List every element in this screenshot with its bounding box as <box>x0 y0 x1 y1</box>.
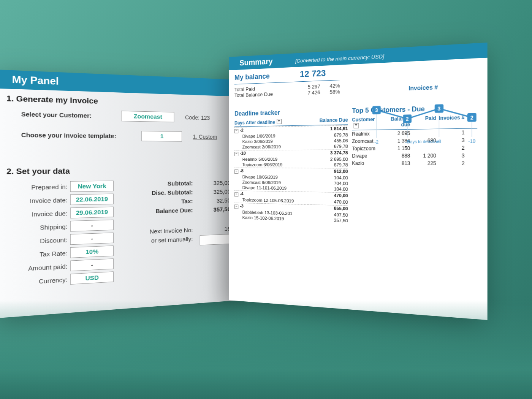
next-invoice-no: 16 <box>193 225 230 233</box>
my-panel-window: My Panel 1. Generate my Invoice Select y… <box>0 70 239 318</box>
balance-title: My balance <box>234 70 270 84</box>
invoices-line-chart: 3-22-33-82-10Days to deadline <box>368 89 481 146</box>
disc-subtotal-label: Disc. Subtotal: <box>121 189 193 197</box>
deadline-col1: Days After deadline <box>234 119 275 125</box>
svg-text:-2: -2 <box>374 139 378 144</box>
collapse-icon[interactable]: − <box>234 152 238 156</box>
top5-customer: Divape <box>352 153 380 159</box>
svg-text:3: 3 <box>438 106 441 112</box>
deadline-tracker: Deadline tracker Days After deadline Bal… <box>234 100 348 223</box>
customer-code: 123 <box>201 115 210 121</box>
svg-text:2: 2 <box>406 116 409 122</box>
filter-icon[interactable] <box>277 119 282 124</box>
deadline-item: Kazio 3/06/2019 <box>234 138 317 144</box>
top5-customer: Kazio <box>352 160 380 166</box>
deadline-group[interactable]: -4 <box>240 191 244 196</box>
invoice-date-label: Invoice date: <box>0 196 70 204</box>
prepared-in-label: Prepared in: <box>0 183 70 191</box>
total-paid-pct: 42% <box>320 82 340 89</box>
template-label: Choose your Invoice template: <box>0 131 141 139</box>
svg-text:-10: -10 <box>468 138 475 144</box>
invoice-due-label: Invoice due: <box>0 209 70 218</box>
deadline-item: Zoomcast 2/06/2019 <box>234 144 317 149</box>
deadline-item-value: 104,00 <box>316 175 348 180</box>
tax-label: Tax: <box>121 198 193 206</box>
subtotal-value: 325,00 <box>193 179 230 186</box>
section2-title: 2. Set your data <box>0 162 239 179</box>
deadline-item-value: 679,78 <box>316 133 348 138</box>
deadline-group-total: 3 374,78 <box>316 150 348 156</box>
deadline-item-value: 104,00 <box>316 186 348 192</box>
deadline-item-value: 2 695,00 <box>316 157 348 162</box>
template-name-link[interactable]: 1. Custom <box>193 133 217 140</box>
discount-label: Discount: <box>0 236 70 246</box>
deadline-item: Topiczoom 6/06/2019 <box>234 162 317 167</box>
subtotal-label: Subtotal: <box>121 180 193 187</box>
filter-icon[interactable] <box>354 123 359 128</box>
deadline-item-value: 497,50 <box>316 212 348 217</box>
tax-rate-input[interactable]: 10% <box>70 245 114 258</box>
deadline-item-value: 455,06 <box>316 138 348 143</box>
balance-value: 12 723 <box>300 68 326 79</box>
deadline-group[interactable]: -3 <box>240 204 244 208</box>
top5-count: 2 <box>436 160 465 166</box>
invoice-date-input[interactable]: 22.06.2019 <box>70 194 114 205</box>
customer-select[interactable]: Zoomcast <box>121 111 174 122</box>
summary-note: [Converted to the main currency: USD] <box>295 53 384 64</box>
collapse-icon[interactable]: − <box>234 129 238 133</box>
top5-balance: 888 <box>381 153 410 158</box>
summary-title: Summary <box>239 57 273 68</box>
customer-code-label: Code: <box>185 114 200 121</box>
deadline-group[interactable]: -10 <box>240 151 246 155</box>
top5-paid: 225 <box>410 160 436 166</box>
balance-due-value: 357,50 <box>193 206 230 214</box>
deadline-item: Realmix 5/06/2019 <box>234 157 317 162</box>
manual-label: or set manually: <box>121 236 193 250</box>
currency-label: Currency: <box>0 276 70 287</box>
shipping-input[interactable]: - <box>70 220 114 232</box>
deadline-group-total: 912,00 <box>316 169 348 174</box>
deadline-item: Divape 10/06/2019 <box>234 174 317 180</box>
balance-due-label: Balance Due: <box>121 207 193 215</box>
deadline-item-value: 679,78 <box>316 162 348 167</box>
summary-window: Summary [Converted to the main currency:… <box>229 43 488 320</box>
prepared-in-input[interactable]: New York <box>70 180 114 192</box>
deadline-item: Divape 1/06/2019 <box>234 133 317 139</box>
top5-paid: 1 200 <box>410 153 436 159</box>
tax-value: 32,50 <box>193 197 230 204</box>
svg-text:Days to deadline: Days to deadline <box>407 139 439 144</box>
deadline-group-total: 855,00 <box>316 205 348 212</box>
total-due-value: 7 426 <box>297 89 320 96</box>
template-select[interactable]: 1 <box>141 131 182 141</box>
deadline-item-value: 357,50 <box>316 217 348 223</box>
deadline-item: Divape 11-101-06.2019 <box>234 185 317 191</box>
shipping-label: Shipping: <box>0 223 70 232</box>
invoice-due-input[interactable]: 29.06.2019 <box>70 207 114 218</box>
discount-input[interactable]: - <box>70 233 114 245</box>
deadline-group-total: 1 814,61 <box>316 126 348 132</box>
deadline-group-total: 470,00 <box>316 193 348 199</box>
deadline-item-value: 679,78 <box>316 144 348 149</box>
deadline-item-value: 470,00 <box>316 199 348 204</box>
amount-paid-label: Amount paid: <box>0 263 70 273</box>
collapse-icon[interactable]: − <box>234 204 238 209</box>
top5-count: 3 <box>436 153 465 159</box>
total-due-pct: 58% <box>320 89 340 95</box>
top5-balance: 813 <box>381 160 410 166</box>
deadline-item-value: 704,00 <box>316 181 348 186</box>
manual-invoice-input[interactable] <box>200 234 231 245</box>
amount-paid-input[interactable]: - <box>70 258 114 271</box>
tax-rate-label: Tax Rate: <box>0 249 70 260</box>
deadline-title: Deadline tracker <box>234 108 348 117</box>
currency-input[interactable]: USD <box>70 271 114 285</box>
collapse-icon[interactable]: − <box>234 192 238 196</box>
collapse-icon[interactable]: − <box>234 169 238 174</box>
customer-label: Select your Customer: <box>0 110 121 119</box>
svg-text:3: 3 <box>375 108 378 113</box>
deadline-col2: Balance Due <box>316 117 348 124</box>
deadline-group[interactable]: -2 <box>240 128 244 132</box>
disc-subtotal-value: 325,00 <box>193 188 230 195</box>
deadline-group[interactable]: -8 <box>240 168 244 173</box>
invoices-chart: Invoices # 3-22-33-82-10Days to deadline <box>368 82 481 147</box>
svg-text:2: 2 <box>470 115 474 120</box>
